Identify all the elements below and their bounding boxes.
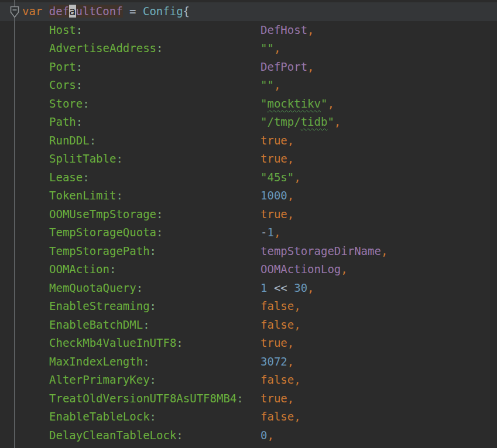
field-name: EnableBatchDML xyxy=(49,318,143,331)
struct-field-line[interactable]: Cors:"", xyxy=(0,76,497,95)
identifier-highlight: defaultConf xyxy=(49,5,123,18)
field-name: AlterPrimaryKey xyxy=(49,373,150,386)
field-name-cell: DelayCleanTableLock: xyxy=(49,426,261,445)
struct-field-line[interactable]: OOMUseTmpStorage:true, xyxy=(0,205,497,224)
struct-field-line[interactable]: EnableTableLock:false, xyxy=(0,408,497,426)
struct-field-line[interactable]: DelayCleanTableLock:0, xyxy=(0,426,497,445)
field-name-cell: OOMAction: xyxy=(49,260,261,279)
value-token: true xyxy=(261,336,287,349)
struct-field-line[interactable]: Port:DefPort, xyxy=(0,58,497,77)
field-name-cell: SplitTable: xyxy=(49,150,261,168)
field-colon: : xyxy=(156,226,163,239)
value-token: "/tmp/ xyxy=(261,115,301,128)
field-name: MemQuotaQuery xyxy=(49,281,136,294)
value-token: , xyxy=(327,97,334,110)
value-token: OOMActionLog xyxy=(261,263,341,275)
text-caret: a xyxy=(69,5,76,18)
value-token: "45s" xyxy=(261,171,294,184)
field-colon: : xyxy=(150,299,156,312)
fold-collapse-icon[interactable] xyxy=(9,6,20,19)
struct-field-line[interactable]: TokenLimit:1000, xyxy=(0,187,497,205)
value-token: , xyxy=(267,429,273,442)
keyword-var: var xyxy=(22,5,49,18)
struct-field-line[interactable]: Host:DefHost, xyxy=(0,21,497,40)
field-name-cell: Path: xyxy=(49,113,261,132)
struct-field-line[interactable]: AdvertiseAddress:"", xyxy=(0,39,497,58)
field-name-cell: EnableBatchDML: xyxy=(49,316,261,335)
field-name: Lease xyxy=(49,171,83,184)
struct-field-line[interactable]: SplitTable:true, xyxy=(0,150,497,168)
code-line-declaration[interactable]: var defaultConf = Config{ xyxy=(0,2,497,21)
field-colon: : xyxy=(116,152,122,165)
value-token: , xyxy=(287,208,294,220)
struct-field-line[interactable]: Lease:"45s", xyxy=(0,168,497,187)
fold-guide-line xyxy=(14,18,15,448)
field-colon: : xyxy=(150,244,156,257)
struct-field-line[interactable]: MaxIndexLength:3072, xyxy=(0,353,497,371)
value-token: , xyxy=(307,23,314,36)
struct-field-line[interactable]: Path:"/tmp/tidb", xyxy=(0,113,497,132)
struct-field-line[interactable]: AlterPrimaryKey:false, xyxy=(0,371,497,390)
field-name: CheckMb4ValueInUTF8 xyxy=(49,336,176,349)
value-token: true xyxy=(261,392,287,405)
field-name-cell: MaxIndexLength: xyxy=(49,353,261,371)
value-token: true xyxy=(261,152,287,165)
field-name-cell: EnableTableLock: xyxy=(49,408,261,426)
value-token: , xyxy=(307,281,314,294)
identifier-segment: def xyxy=(49,5,69,18)
struct-field-line[interactable]: TempStoragePath:tempStorageDirName, xyxy=(0,242,497,261)
struct-field-line[interactable]: EnableStreaming:false, xyxy=(0,297,497,316)
struct-field-line[interactable]: TempStorageQuota:-1, xyxy=(0,223,497,242)
value-token: , xyxy=(274,226,280,239)
value-token: 0 xyxy=(261,429,267,442)
struct-field-line[interactable]: OOMAction:OOMActionLog, xyxy=(0,260,497,279)
value-token: , xyxy=(287,355,294,368)
value-token: , xyxy=(294,299,300,312)
field-colon: : xyxy=(90,134,96,147)
value-token: 1 xyxy=(267,226,273,239)
struct-field-line[interactable]: Store:"mocktikv", xyxy=(0,95,497,113)
field-name: TreatOldVersionUTF8AsUTF8MB4 xyxy=(49,392,236,405)
field-name: OOMUseTmpStorage xyxy=(49,208,156,220)
typo-squiggle-token: tidb xyxy=(301,115,328,128)
value-token: 30 xyxy=(294,281,307,294)
field-colon: : xyxy=(136,281,143,294)
value-token: false xyxy=(261,410,294,423)
field-colon: : xyxy=(143,355,149,368)
value-token: , xyxy=(341,263,347,275)
value-token: , xyxy=(294,318,300,331)
field-name-cell: TokenLimit: xyxy=(49,187,261,205)
value-token: , xyxy=(294,171,300,184)
value-token: , xyxy=(287,189,294,202)
field-name: Port xyxy=(49,60,76,73)
value-token: - xyxy=(261,226,267,239)
field-colon: : xyxy=(150,373,156,386)
value-token: , xyxy=(381,244,388,257)
field-colon: : xyxy=(236,392,243,405)
value-token: DefPort xyxy=(261,60,307,73)
open-brace: { xyxy=(183,5,190,18)
identifier-segment: ultConf xyxy=(76,5,123,18)
struct-field-line[interactable]: RunDDL:true, xyxy=(0,132,497,150)
type-name: Config xyxy=(143,5,183,18)
value-token: 1000 xyxy=(261,189,287,202)
field-name: EnableTableLock xyxy=(49,410,150,423)
value-token: , xyxy=(294,410,300,423)
code-editor[interactable]: var defaultConf = Config{ Host:DefHost,A… xyxy=(0,0,497,448)
field-colon: : xyxy=(156,42,163,54)
struct-field-line[interactable]: CheckMb4ValueInUTF8:true, xyxy=(0,334,497,353)
field-colon: : xyxy=(150,410,156,423)
field-name-cell: RunDDL: xyxy=(49,132,261,150)
value-token: " xyxy=(261,97,267,110)
struct-field-line[interactable]: MemQuotaQuery:1 << 30, xyxy=(0,279,497,298)
value-token: true xyxy=(261,134,287,147)
field-name: TempStoragePath xyxy=(49,244,150,257)
field-name-cell: AlterPrimaryKey: xyxy=(49,371,261,390)
struct-field-line[interactable]: EnableBatchDML:false, xyxy=(0,316,497,335)
struct-field-line[interactable]: TreatOldVersionUTF8AsUTF8MB4:true, xyxy=(0,390,497,408)
field-name-cell: MemQuotaQuery: xyxy=(49,279,261,298)
value-token: , xyxy=(294,373,300,386)
field-name: Path xyxy=(49,115,76,128)
field-name-cell: OOMUseTmpStorage: xyxy=(49,205,261,224)
value-token: " xyxy=(321,97,327,110)
